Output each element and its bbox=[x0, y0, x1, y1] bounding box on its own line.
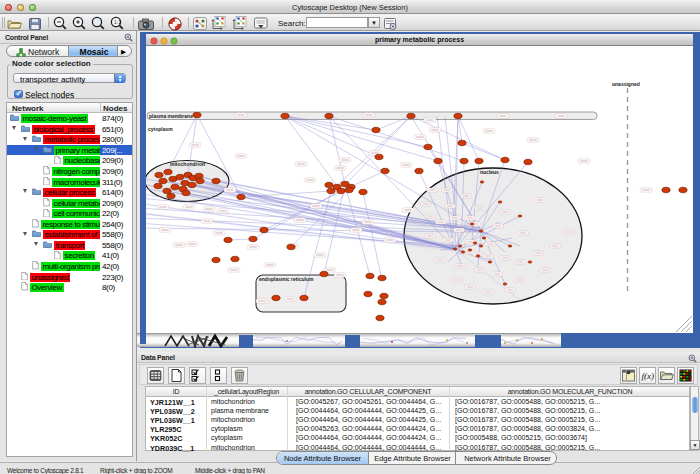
svg-text:mitochondrion: mitochondrion bbox=[170, 161, 205, 167]
svg-text:endoplasmic reticulum: endoplasmic reticulum bbox=[259, 276, 314, 282]
svg-text:plasma membrane: plasma membrane bbox=[149, 113, 193, 119]
svg-text:1:1: 1:1 bbox=[114, 19, 121, 25]
svg-text:cytoplasm: cytoplasm bbox=[148, 126, 173, 132]
svg-text:nucleus: nucleus bbox=[480, 169, 499, 175]
svg-text:f(x): f(x) bbox=[642, 371, 655, 381]
svg-text:unassigned: unassigned bbox=[612, 81, 640, 87]
